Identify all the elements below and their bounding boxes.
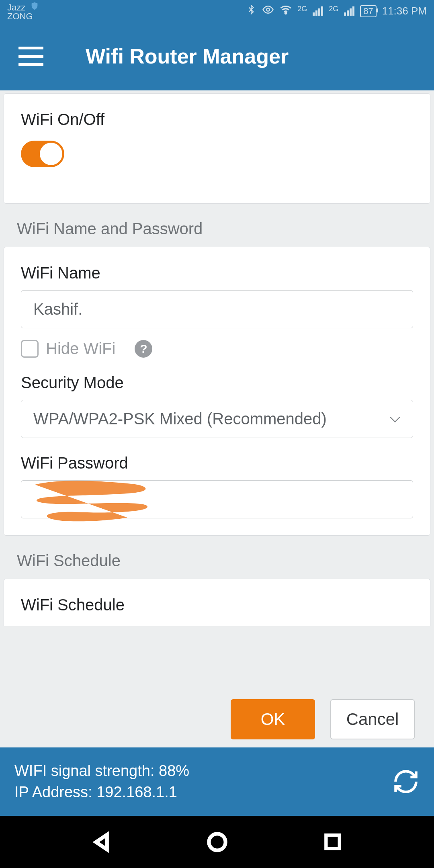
- signal-strength-text: WIFI signal strength: 88%: [14, 760, 384, 782]
- network-type-1: 2G: [297, 5, 307, 13]
- svg-point-0: [266, 8, 270, 11]
- security-mode-label: Security Mode: [21, 374, 413, 392]
- content-area: WiFi On/Off WiFi Name and Password WiFi …: [0, 90, 434, 691]
- clock: 11:36 PM: [382, 5, 427, 17]
- wifi-name-value: Kashif.: [33, 300, 82, 318]
- wifi-password-label: WiFi Password: [21, 454, 413, 472]
- shield-icon: [30, 2, 39, 12]
- ok-button[interactable]: OK: [231, 699, 315, 739]
- section-title-schedule: WiFi Schedule: [17, 552, 434, 570]
- wifi-toggle-label: WiFi On/Off: [21, 111, 413, 129]
- hide-wifi-label: Hide WiFi: [46, 340, 115, 358]
- eye-icon: [262, 4, 274, 18]
- svg-point-1: [285, 12, 287, 14]
- chevron-down-icon: [389, 412, 401, 426]
- refresh-icon[interactable]: [392, 768, 420, 795]
- menu-icon[interactable]: [18, 47, 43, 66]
- wifi-icon: [280, 4, 292, 18]
- back-button[interactable]: [88, 828, 116, 856]
- schedule-card: WiFi Schedule: [4, 579, 430, 626]
- section-title-name-pwd: WiFi Name and Password: [17, 220, 434, 238]
- redaction-scribble: [27, 477, 156, 526]
- home-button[interactable]: [203, 828, 231, 856]
- help-icon[interactable]: ?: [135, 340, 152, 358]
- ip-address-text: IP Address: 192.168.1.1: [14, 782, 384, 803]
- security-mode-select[interactable]: WPA/WPA2-PSK Mixed (Recommended): [21, 400, 413, 438]
- status-bar: Jazz ZONG 2G 2G 87 11:36 PM: [0, 0, 434, 22]
- android-nav-bar: [0, 816, 434, 868]
- hide-wifi-checkbox[interactable]: [21, 340, 39, 358]
- wifi-name-label: WiFi Name: [21, 264, 413, 282]
- app-header: Wifi Router Manager: [0, 22, 434, 90]
- cancel-button[interactable]: Cancel: [330, 699, 415, 739]
- recent-apps-button[interactable]: [319, 828, 347, 856]
- wifi-toggle-card: WiFi On/Off: [4, 93, 430, 204]
- schedule-row-label: WiFi Schedule: [21, 596, 413, 614]
- bluetooth-icon: [246, 4, 256, 18]
- wifi-toggle[interactable]: [21, 141, 64, 167]
- signal-icon-1: [313, 6, 323, 16]
- wifi-name-input[interactable]: Kashif.: [21, 290, 413, 328]
- security-mode-value: WPA/WPA2-PSK Mixed (Recommended): [33, 410, 327, 428]
- svg-rect-3: [326, 835, 339, 848]
- signal-icon-2: [344, 6, 354, 16]
- page-title: Wifi Router Manager: [86, 44, 289, 68]
- svg-point-2: [209, 833, 225, 850]
- name-pwd-card: WiFi Name Kashif. Hide WiFi ? Security M…: [4, 247, 430, 536]
- action-bar: OK Cancel: [0, 691, 434, 747]
- battery-indicator: 87: [360, 5, 376, 17]
- footer-bar: WIFI signal strength: 88% IP Address: 19…: [0, 747, 434, 816]
- network-type-2: 2G: [329, 5, 338, 13]
- wifi-password-input[interactable]: [21, 480, 413, 518]
- carrier-2: ZONG: [7, 12, 39, 21]
- carrier-1: Jazz: [7, 2, 25, 12]
